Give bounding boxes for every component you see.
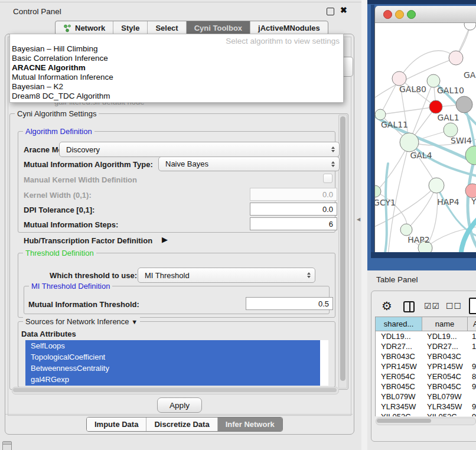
algorithm-option[interactable]: Dream8 DC_TDC Algorithm — [12, 92, 110, 100]
tab-network-label: Network — [75, 24, 105, 32]
settings-hscrollbar[interactable] — [12, 387, 339, 394]
column-header-name[interactable]: name — [422, 317, 468, 331]
table-row[interactable]: YDR27...YDR27...12 — [376, 341, 476, 351]
deselect-all-checkboxes-icon[interactable]: ☐☐ — [446, 301, 462, 311]
label-gal10: GAL10 — [437, 86, 464, 95]
table-hscrollbar[interactable] — [376, 418, 476, 425]
mi-type-combo[interactable]: Naive Bayes — [158, 156, 340, 171]
expand-arrow-icon[interactable]: ▼ — [131, 318, 138, 325]
aracne-mode-combo[interactable]: Discovery — [59, 142, 340, 157]
table-row[interactable]: YDL19...YDL19...13 — [376, 331, 476, 341]
divider — [5, 414, 353, 415]
table-row[interactable]: YLR345WYLR345W9. — [376, 402, 476, 412]
column-header-shared-name[interactable]: shared... — [376, 317, 422, 331]
which-threshold-label: Which threshold to use: — [50, 271, 137, 280]
algorithm-option-selected[interactable]: ARACNE Algorithm — [12, 63, 86, 72]
data-attributes-list: SelfLoops TopologicalCoefficient Between… — [25, 340, 328, 386]
tab-network[interactable]: Network — [56, 21, 113, 35]
node-table: shared... name A YDL19...YDL19...13 YDR2… — [375, 317, 476, 416]
tab-infer-network[interactable]: Infer Network — [218, 418, 282, 431]
manual-kernel-checkbox[interactable] — [323, 174, 332, 183]
window-top-edge — [0, 2, 361, 2]
columns-icon[interactable] — [403, 301, 415, 312]
kernel-width-field[interactable]: 0.0 — [250, 188, 337, 201]
algorithm-option[interactable]: Bayesian – K2 — [12, 82, 63, 91]
table-header: shared... name A — [376, 317, 476, 331]
mi-steps-label: Mutual Information Steps: — [24, 220, 118, 229]
zoom-window-icon[interactable] — [407, 10, 416, 19]
settings-hscrollbar-thumb[interactable] — [13, 388, 337, 392]
settings-vscrollbar[interactable] — [338, 115, 347, 389]
threshold-definition-title: Threshold Definition — [23, 249, 96, 257]
column-header-partial[interactable]: A — [468, 317, 476, 331]
network-icon — [63, 24, 71, 32]
bottom-tabs: Impute Data Discretize Data Infer Networ… — [86, 417, 283, 432]
label-y-partial: Y — [471, 197, 476, 206]
algorithm-option[interactable]: Bayesian – Hill Climbing — [12, 44, 98, 53]
mi-threshold-group-title: MI Threshold Definition — [29, 282, 112, 291]
data-attributes-label: Data Attributes — [21, 330, 76, 338]
attribute-item[interactable]: TopologicalCoefficient — [25, 351, 320, 363]
apply-button[interactable]: Apply — [157, 397, 202, 413]
attribute-item[interactable]: gal4RGexp — [25, 374, 320, 385]
tab-cyni-toolbox[interactable]: Cyni Toolbox — [187, 21, 250, 35]
algorithm-definition-title: Algorithm Definition — [23, 127, 94, 136]
table-row[interactable]: YIL052CYIL052C9 — [376, 412, 476, 416]
mini-window-icon[interactable] — [2, 441, 12, 450]
hub-section-label: Hub/Transcription Factor Definition — [24, 236, 152, 245]
table-row[interactable]: YPR145WYPR145W9. — [376, 361, 476, 371]
node-unlabeled — [464, 23, 476, 30]
algorithm-option[interactable]: Mutual Information Inference — [12, 73, 113, 81]
mi-steps-field[interactable]: 6 — [250, 217, 337, 230]
mi-threshold-label: Mutual Information Threshold: — [28, 300, 139, 309]
node-gal80 — [392, 71, 406, 86]
node-gal1 — [444, 123, 458, 137]
spinner-arrows-icon — [307, 272, 311, 278]
tab-jactivemnodules[interactable]: jActiveMNodules — [250, 21, 328, 35]
table-row[interactable]: YBR045CYBR045C9. — [376, 381, 476, 392]
document-icon[interactable] — [469, 298, 476, 314]
spinner-arrows-icon — [331, 146, 335, 152]
tab-discretize-data[interactable]: Discretize Data — [146, 418, 217, 431]
attribute-item[interactable]: SelfLoops — [25, 340, 320, 351]
node-gal4 — [400, 133, 419, 152]
label-hap4: HAP4 — [437, 197, 459, 207]
kernel-width-label: Kernel Width (0,1): — [24, 191, 92, 200]
aracne-mode-value: Discovery — [66, 145, 100, 154]
close-window-icon[interactable] — [383, 10, 392, 19]
dpi-tolerance-field[interactable]: 0.0 — [250, 203, 337, 216]
table-panel-title: Table Panel — [376, 275, 418, 284]
mi-type-value: Naive Bayes — [165, 159, 208, 168]
minimize-window-icon[interactable] — [395, 10, 404, 19]
gear-icon[interactable]: ⚙ — [382, 299, 392, 313]
label-gal11: GAL11 — [381, 120, 408, 129]
label-gal1: GAL1 — [437, 113, 459, 122]
select-all-checkboxes-icon[interactable]: ☑☑ — [424, 301, 440, 311]
attribute-item[interactable]: BetweennessCentrality — [25, 363, 320, 374]
network-canvas[interactable]: GAL GAL80 GAL10 GAL1 GAL11 GAL4 SWI4 GCY… — [375, 23, 476, 252]
node-gal11 — [375, 109, 386, 120]
table-row[interactable]: YBL079WYBL079W — [376, 392, 476, 402]
mi-threshold-field[interactable]: 0.5 — [246, 297, 333, 310]
sources-group-title: Sources for Network Inference ▼ — [23, 317, 140, 326]
which-threshold-combo[interactable]: MI Threshold — [138, 268, 315, 283]
table-row[interactable]: YER054CYER054C8. — [376, 371, 476, 381]
algorithm-option[interactable]: Basic Correlation Inference — [12, 54, 108, 63]
tab-style[interactable]: Style — [113, 21, 148, 35]
tab-select[interactable]: Select — [148, 21, 186, 35]
cyni-settings-title: Cyni Algorithm Settings — [15, 109, 99, 118]
table-row[interactable]: YBR043CYBR043C — [376, 351, 476, 361]
panel-divider[interactable] — [361, 0, 367, 450]
table-hscrollbar-thumb[interactable] — [377, 419, 431, 423]
node-gal-partial — [449, 51, 463, 65]
mi-type-label: Mutual Information Algorithm Type: — [24, 160, 153, 169]
settings-vscrollbar-thumb[interactable] — [340, 116, 345, 381]
node-swi4 — [465, 146, 476, 165]
close-panel-icon[interactable]: ✖ — [340, 5, 347, 15]
network-window-titlebar[interactable] — [375, 6, 476, 23]
divider-handle-icon[interactable]: ◀ — [357, 217, 360, 222]
collapse-arrow-icon[interactable]: ▶ — [162, 235, 168, 244]
float-panel-icon[interactable] — [327, 8, 334, 15]
screen: Control Panel ✖ Network Style Select Cyn… — [0, 0, 476, 450]
tab-impute-data[interactable]: Impute Data — [87, 418, 146, 431]
